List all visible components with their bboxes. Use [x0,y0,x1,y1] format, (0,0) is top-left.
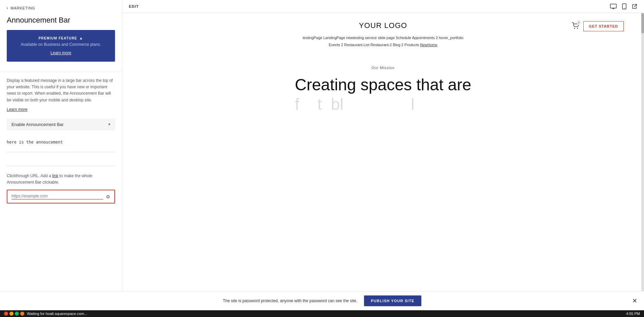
nav-link-products: Products [404,43,420,47]
desktop-view-button[interactable] [610,4,617,9]
get-started-button[interactable]: Get Started [583,21,624,31]
back-label: MARKETING [10,6,35,10]
bottom-bar: The site is password protected, anyone w… [0,291,644,310]
clickthrough-link-text[interactable]: link [52,173,58,178]
premium-label: PREMIUM FEATURE ▲ [13,36,108,40]
mission-headline-line2: f t bl l [295,95,415,113]
url-input-underline [11,199,103,199]
close-button[interactable]: ✕ [632,297,637,305]
website-preview: YOUR LOGO testingPage LandingPage newtes… [122,13,644,291]
scrollbar-thumb[interactable] [641,13,644,33]
url-input-wrapper: ⚙ [7,190,115,203]
site-header: YOUR LOGO testingPage LandingPage newtes… [122,13,644,52]
nav-top: YOUR LOGO testingPage LandingPage newtes… [122,13,644,52]
url-input[interactable] [11,194,103,198]
premium-star-icon: ▲ [79,36,83,40]
browser-dots [4,312,24,316]
sidebar: ‹ MARKETING Announcement Bar PREMIUM FEA… [0,0,122,291]
site-logo: YOUR LOGO [359,21,407,30]
premium-label-text: PREMIUM FEATURE [38,36,77,40]
clickthrough-description: Clickthrough URL. Add a link to make the… [7,173,115,186]
browser-dot-yellow [9,312,13,316]
sidebar-header: ‹ MARKETING Announcement Bar PREMIUM FEA… [0,0,122,72]
chevron-down-icon: ▾ [108,122,110,127]
divider [7,166,115,166]
mobile-view-button[interactable] [622,3,626,9]
nav-link-restaurant-list: Restaurant-List [344,43,370,47]
svg-point-6 [577,28,578,29]
nav-logo-row: YOUR LOGO [142,21,624,30]
cart-count: 0 [577,20,581,25]
sidebar-body: Display a featured message in a large ba… [0,72,122,209]
publish-button[interactable]: PUBLISH YOUR SITE [364,295,421,306]
dropdown-label: Enable Announcement Bar [11,122,64,127]
back-link[interactable]: ‹ MARKETING [7,5,115,10]
mission-label: Our Mission [371,66,394,70]
svg-point-4 [624,8,625,9]
nav-links-row-2: Events 2 Restaurant-List Restaurant-2 Bl… [329,43,437,47]
enable-dropdown-wrapper: Enable Announcement Bar ▾ [7,119,115,130]
nav-link-newhome: NewHome [420,43,437,47]
external-link-button[interactable] [632,4,637,9]
svg-point-5 [574,28,575,29]
status-bar: Waiting for hoalt.squarespace.com... 4:5… [0,310,644,317]
page-title: Announcement Bar [7,16,115,25]
mission-headline: Creating spaces that are f t bl l [295,75,471,114]
nav-links-row-1: testingPage LandingPage newtesting servi… [303,34,463,41]
nav-link-restaurant-2: Restaurant-2 [370,43,393,47]
edit-bar: EDIT [122,0,644,13]
browser-dot-orange [20,312,24,316]
premium-feature-box: PREMIUM FEATURE ▲ Available on Business … [7,30,115,62]
cart-action-area: 0 Get Started [572,21,624,31]
mission-headline-line1: Creating spaces that are [295,76,471,94]
nav-link-events2: Events 2 [329,43,344,47]
preview-area: EDIT [122,0,644,291]
status-text: Waiting for hoalt.squarespace.com... [27,312,87,316]
description-text: Display a featured message in a large ba… [7,77,115,103]
preview-content: Our Mission Creating spaces that are f t… [122,52,644,114]
bottom-bar-text: The site is password protected, anyone w… [223,298,357,303]
status-time: 4:55 PM [626,312,640,316]
cart-icon[interactable]: 0 [572,22,579,30]
status-bar-left: Waiting for hoalt.squarespace.com... [4,312,87,316]
announcement-text-input[interactable]: here is the annoucement [7,137,115,152]
learn-more-link[interactable]: Learn more [7,107,27,112]
svg-rect-0 [610,4,616,8]
browser-dot-red [4,312,8,316]
premium-learn-more-link[interactable]: Learn more [51,51,71,55]
back-arrow-icon: ‹ [7,5,8,10]
browser-dot-green [15,312,19,316]
edit-icons [610,3,637,9]
scrollbar[interactable] [641,13,644,291]
edit-label: EDIT [129,4,139,8]
nav-link-blog2: Blog 2 [393,43,404,47]
gear-icon[interactable]: ⚙ [106,194,110,199]
enable-announcement-bar-dropdown[interactable]: Enable Announcement Bar ▾ [7,119,115,130]
premium-description: Available on Business and Commerce plans… [13,42,108,47]
